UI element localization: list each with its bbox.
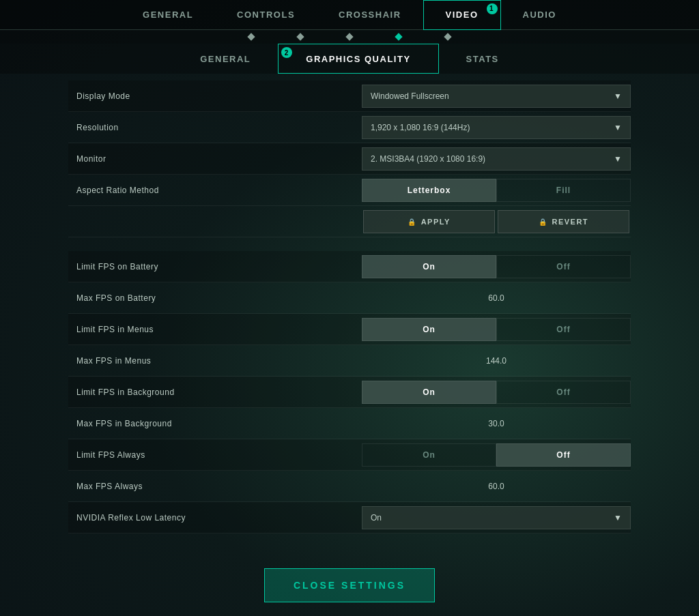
max-fps-battery-display: 60.0 [362,293,631,303]
video-badge: 1 [487,3,498,14]
monitor-arrow: ▼ [614,154,622,164]
limit-fps-battery-on[interactable]: On [362,255,496,278]
section-spacer-1 [68,237,631,251]
max-fps-background-value: 30.0 [362,419,631,428]
max-fps-battery-label: Max FPS on Battery [68,293,362,303]
limit-fps-background-row: Limit FPS in Background On Off [68,377,631,408]
limit-fps-background-toggle: On Off [362,381,631,404]
resolution-arrow: ▼ [614,123,622,132]
nvidia-reflex-arrow: ▼ [614,513,622,523]
graphics-quality-badge: 2 [281,47,292,58]
resolution-label: Resolution [68,123,362,132]
aspect-ratio-row: Aspect Ratio Method Letterbox Fill [68,175,631,206]
max-fps-menus-display: 144.0 [362,356,631,366]
max-fps-always-value: 60.0 [362,482,631,491]
apply-revert-row: 🔒 APPLY 🔒 REVERT [68,206,631,237]
limit-fps-battery-row: Limit FPS on Battery On Off [68,251,631,282]
tab-audio[interactable]: AUDIO [501,0,578,30]
max-fps-menus-label: Max FPS in Menus [68,356,362,366]
limit-fps-always-on[interactable]: On [362,443,496,467]
limit-fps-battery-value: On Off [362,255,631,278]
resolution-dropdown[interactable]: 1,920 x 1,080 16:9 (144Hz) ▼ [362,116,631,139]
top-navigation: GENERAL CONTROLS CROSSHAIR VIDEO 1 AUDIO [0,0,699,30]
nav-dot-general [247,33,255,40]
subtab-general[interactable]: GENERAL [173,44,278,74]
limit-fps-always-row: Limit FPS Always On Off [68,439,631,471]
resolution-row: Resolution 1,920 x 1,080 16:9 (144Hz) ▼ [68,112,631,143]
lock-icon-revert: 🔒 [539,218,548,226]
sub-navigation: GENERAL 2 GRAPHICS QUALITY STATS [0,44,699,74]
nvidia-reflex-label: NVIDIA Reflex Low Latency [68,513,362,523]
limit-fps-background-off[interactable]: Off [496,381,631,404]
tab-crosshair[interactable]: CROSSHAIR [317,0,423,30]
limit-fps-menus-on[interactable]: On [362,318,496,341]
nav-dot-controls [296,33,304,40]
apply-revert-spacer [68,206,362,237]
tab-video[interactable]: VIDEO 1 [423,0,501,30]
max-fps-menus-row: Max FPS in Menus 144.0 [68,345,631,377]
aspect-ratio-toggle: Letterbox Fill [362,179,631,202]
max-fps-menus-value: 144.0 [362,356,631,366]
limit-fps-always-off[interactable]: Off [496,443,631,467]
tab-controls[interactable]: CONTROLS [215,0,317,30]
limit-fps-battery-toggle: On Off [362,255,631,278]
subtab-graphics-quality[interactable]: 2 GRAPHICS QUALITY [278,44,438,74]
display-mode-row: Display Mode Windowed Fullscreen ▼ [68,80,631,112]
max-fps-always-row: Max FPS Always 60.0 [68,471,631,502]
max-fps-always-display: 60.0 [362,482,631,491]
aspect-ratio-value: Letterbox Fill [362,179,631,202]
monitor-row: Monitor 2. MSI3BA4 (1920 x 1080 16:9) ▼ [68,143,631,175]
limit-fps-always-toggle: On Off [362,443,631,467]
aspect-ratio-letterbox[interactable]: Letterbox [362,179,496,202]
limit-fps-menus-row: Limit FPS in Menus On Off [68,314,631,345]
subtab-stats[interactable]: STATS [439,44,526,74]
lock-icon-apply: 🔒 [408,218,417,226]
apply-revert-buttons: 🔒 APPLY 🔒 REVERT [362,206,631,237]
limit-fps-menus-off[interactable]: Off [496,318,631,341]
nvidia-reflex-row: NVIDIA Reflex Low Latency On ▼ [68,502,631,533]
nav-dot-crosshair [345,33,353,40]
aspect-ratio-label: Aspect Ratio Method [68,186,362,195]
resolution-value: 1,920 x 1,080 16:9 (144Hz) ▼ [362,116,631,139]
display-mode-label: Display Mode [68,91,362,101]
revert-button[interactable]: 🔒 REVERT [498,210,629,233]
limit-fps-battery-off[interactable]: Off [496,255,631,278]
limit-fps-menus-label: Limit FPS in Menus [68,325,362,334]
limit-fps-always-label: Limit FPS Always [68,450,362,460]
max-fps-background-row: Max FPS in Background 30.0 [68,408,631,439]
nvidia-reflex-dropdown[interactable]: On ▼ [362,506,631,529]
max-fps-battery-value: 60.0 [362,293,631,303]
nvidia-reflex-value: On ▼ [362,506,631,529]
limit-fps-always-value: On Off [362,443,631,467]
monitor-dropdown[interactable]: 2. MSI3BA4 (1920 x 1080 16:9) ▼ [362,147,631,171]
apply-button[interactable]: 🔒 APPLY [363,210,495,233]
max-fps-always-label: Max FPS Always [68,482,362,491]
limit-fps-background-value: On Off [362,381,631,404]
close-button-wrapper: CLOSE SETTINGS [264,568,435,602]
limit-fps-background-on[interactable]: On [362,381,496,404]
limit-fps-background-label: Limit FPS in Background [68,387,362,397]
tab-general[interactable]: GENERAL [121,0,215,30]
display-mode-dropdown[interactable]: Windowed Fullscreen ▼ [362,85,631,108]
limit-fps-menus-toggle: On Off [362,318,631,341]
nav-dot-audio [444,33,451,40]
max-fps-battery-row: Max FPS on Battery 60.0 [68,282,631,314]
display-mode-arrow: ▼ [614,91,622,101]
aspect-ratio-fill[interactable]: Fill [496,179,631,202]
nav-dot-video [395,33,402,40]
settings-content: Display Mode Windowed Fullscreen ▼ Resol… [0,80,699,533]
close-settings-button[interactable]: CLOSE SETTINGS [264,568,435,602]
limit-fps-menus-value: On Off [362,318,631,341]
monitor-label: Monitor [68,154,362,164]
nav-dots-row [0,30,699,44]
limit-fps-battery-label: Limit FPS on Battery [68,262,362,272]
display-mode-value: Windowed Fullscreen ▼ [362,85,631,108]
monitor-value: 2. MSI3BA4 (1920 x 1080 16:9) ▼ [362,147,631,171]
max-fps-background-display: 30.0 [362,419,631,428]
max-fps-background-label: Max FPS in Background [68,419,362,428]
